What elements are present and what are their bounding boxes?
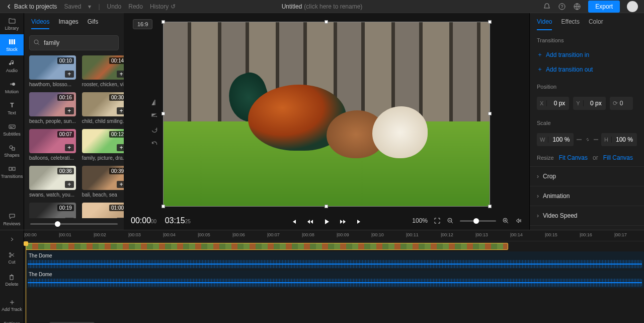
audio-track[interactable]: The Dome	[24, 251, 644, 270]
skip-end-icon[interactable]	[356, 218, 363, 225]
prop-tab-color[interactable]: Color	[589, 18, 603, 30]
add-clip-button[interactable]: +	[117, 218, 124, 218]
flip-horizontal-icon[interactable]	[150, 98, 159, 107]
stock-thumb[interactable]: 00:36 +	[29, 166, 76, 190]
prop-tab-effects[interactable]: Effects	[561, 18, 579, 30]
fit-canvas-link[interactable]: Fit Canvas	[559, 154, 588, 161]
rail-stock[interactable]: Stock	[0, 34, 24, 55]
playhead[interactable]	[26, 241, 26, 323]
stock-thumb[interactable]: 00:30 +	[82, 92, 124, 116]
thumb-size-slider[interactable]	[24, 218, 124, 230]
stock-thumb[interactable]: 00:19 +	[29, 203, 76, 218]
stock-card[interactable]: 00:10 + hawthorn, blosso...	[29, 55, 76, 87]
video-speed-section[interactable]: ›Video Speed	[530, 206, 644, 225]
stock-card[interactable]: 00:12 + family, picture, dra...	[82, 129, 124, 161]
rail-library[interactable]: Library	[0, 13, 24, 34]
stock-card[interactable]: 00:16 + beach, people, sun...	[29, 92, 76, 124]
delete-button[interactable]: Delete	[5, 271, 18, 290]
add-transition-in[interactable]: ＋Add transition in	[530, 47, 644, 62]
scale-h-input[interactable]: H100 %	[601, 133, 637, 146]
stock-card[interactable]: 00:07 + balloons, celebrati...	[29, 129, 76, 161]
audio-track[interactable]: The Dome	[24, 270, 644, 288]
aspect-ratio-badge[interactable]: 16:9	[133, 19, 152, 29]
user-avatar[interactable]	[627, 1, 638, 12]
add-clip-button[interactable]: +	[117, 71, 124, 78]
video-clip[interactable]	[26, 243, 508, 250]
stock-thumb[interactable]: 00:12 +	[82, 129, 124, 153]
project-title[interactable]: Untitled (click here to rename)	[282, 3, 363, 10]
selection-handle[interactable]	[325, 20, 328, 24]
undo-button[interactable]: Undo	[107, 3, 122, 10]
stock-card[interactable]: 00:36 + swans, watch, you...	[29, 166, 76, 198]
fill-canvas-link[interactable]: Fill Canvas	[603, 154, 633, 161]
selection-handle[interactable]	[162, 205, 165, 208]
add-clip-button[interactable]: +	[65, 144, 74, 151]
zoom-in-icon[interactable]	[502, 217, 509, 224]
rotate-cw-icon[interactable]	[150, 126, 159, 135]
stock-card[interactable]: 00:14 + rooster, chicken, vi...	[82, 55, 124, 87]
fullscreen-icon[interactable]	[434, 217, 441, 224]
settings-button[interactable]: Settings	[4, 318, 20, 323]
stock-card[interactable]: 00:19 +	[29, 203, 76, 218]
redo-button[interactable]: Redo	[128, 3, 143, 10]
rotation-input[interactable]: ⟳0	[610, 97, 633, 110]
add-transition-out[interactable]: ＋Add transition out	[530, 62, 644, 77]
rewind-icon[interactable]	[306, 218, 313, 225]
export-button[interactable]: Export	[588, 1, 620, 13]
rail-reviews[interactable]: Reviews	[0, 209, 24, 230]
timeline-expand[interactable]	[9, 233, 15, 245]
cut-button[interactable]: Cut	[8, 248, 15, 268]
saved-dropdown[interactable]: ▾	[88, 3, 91, 10]
stock-thumb[interactable]: 00:14 +	[82, 55, 124, 80]
audio-clip[interactable]: The Dome	[26, 251, 644, 270]
video-track[interactable]	[24, 242, 644, 251]
stock-card[interactable]: 00:30 + child, child smiling...	[82, 92, 124, 124]
add-clip-button[interactable]: +	[65, 181, 74, 188]
link-icon[interactable]	[585, 137, 591, 143]
animation-section[interactable]: ›Animation	[530, 186, 644, 206]
language-icon[interactable]	[573, 3, 581, 11]
stock-thumb[interactable]: 00:10 +	[29, 55, 76, 80]
tab-videos[interactable]: Videos	[31, 18, 49, 29]
back-to-projects[interactable]: Back to projects	[6, 3, 57, 10]
zoom-slider[interactable]	[460, 220, 496, 222]
stock-thumb[interactable]: 00:16 +	[29, 92, 76, 116]
history-button[interactable]: History ↺	[150, 3, 176, 10]
loop-video-section[interactable]: ›Loop Video	[530, 225, 644, 230]
rail-motion[interactable]: Motion	[0, 77, 24, 98]
prop-tab-video[interactable]: Video	[537, 18, 552, 30]
forward-icon[interactable]	[340, 218, 347, 225]
add-clip-button[interactable]: +	[65, 107, 74, 114]
stock-thumb[interactable]: 00:07 +	[29, 129, 76, 153]
scale-w-input[interactable]: W100 %	[537, 133, 574, 146]
add-clip-button[interactable]: +	[65, 71, 74, 78]
selection-handle[interactable]	[162, 112, 165, 115]
play-icon[interactable]	[323, 218, 331, 226]
selection-handle[interactable]	[488, 20, 492, 24]
add-clip-button[interactable]: +	[117, 181, 124, 188]
selection-handle[interactable]	[162, 20, 165, 24]
position-x-input[interactable]: X0 px	[537, 97, 569, 110]
tab-images[interactable]: Images	[58, 18, 78, 29]
rail-text[interactable]: T Text	[0, 98, 24, 119]
selection-handle[interactable]	[488, 205, 492, 208]
add-track-button[interactable]: Add Track	[2, 296, 22, 315]
rail-transitions[interactable]: Transitions	[0, 161, 24, 182]
stock-card[interactable]: 01:00 +	[82, 203, 124, 218]
zoom-out-icon[interactable]	[447, 217, 454, 224]
add-clip-button[interactable]: +	[117, 107, 124, 114]
skip-start-icon[interactable]	[290, 218, 297, 225]
stock-card[interactable]: 00:39 + bali, beach, sea	[82, 166, 124, 198]
stock-thumb[interactable]: 00:39 +	[82, 166, 124, 190]
crop-section[interactable]: ›Crop	[530, 166, 644, 186]
search-input[interactable]	[29, 35, 119, 50]
rail-audio[interactable]: Audio	[0, 55, 24, 77]
selection-handle[interactable]	[488, 112, 492, 115]
add-clip-button[interactable]: +	[117, 144, 124, 151]
tab-gifs[interactable]: Gifs	[88, 18, 98, 29]
notifications-icon[interactable]	[543, 3, 551, 11]
flip-vertical-icon[interactable]	[150, 112, 159, 121]
volume-icon[interactable]	[515, 217, 522, 224]
selection-handle[interactable]	[325, 205, 328, 208]
add-clip-button[interactable]: +	[65, 218, 74, 218]
